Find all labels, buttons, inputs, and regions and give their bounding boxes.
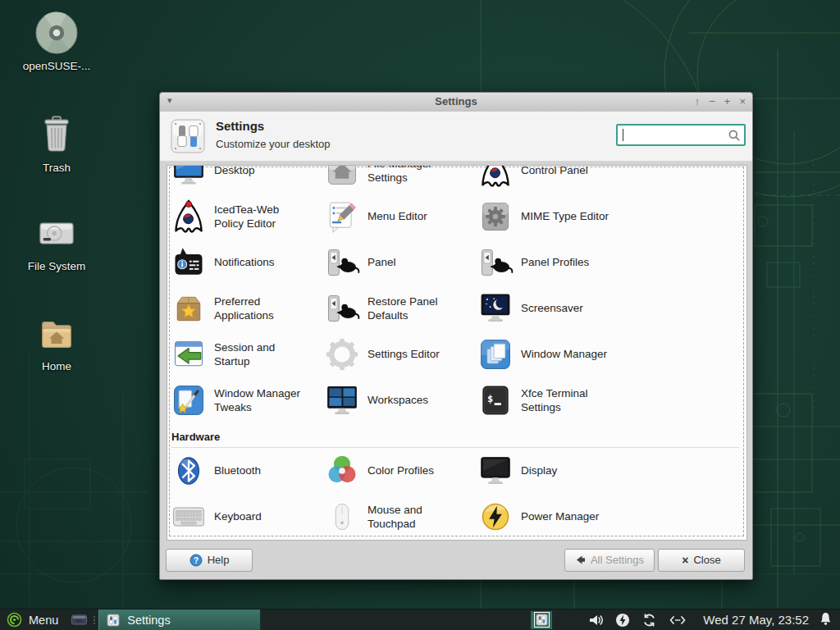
- settings-item-xfce-terminal-settings[interactable]: Xfce Terminal Settings: [474, 377, 628, 423]
- home-folder-icon: [35, 312, 78, 354]
- file-manager-home-icon: [324, 165, 360, 189]
- settings-item-window-manager-tweaks[interactable]: Window Manager Tweaks: [167, 377, 321, 423]
- volume-icon[interactable]: [588, 613, 604, 628]
- settings-item-display[interactable]: Display: [474, 448, 628, 494]
- mouse-icon: [324, 499, 360, 535]
- settings-item-desktop[interactable]: Desktop: [167, 165, 321, 194]
- settings-item-power-manager[interactable]: Power Manager: [474, 494, 628, 540]
- settings-item-file-manager-settings[interactable]: File Manager Settings: [321, 165, 474, 194]
- gear-outline-icon: [324, 336, 360, 372]
- java-duke-icon: [171, 199, 207, 235]
- maximize-button[interactable]: +: [724, 94, 731, 109]
- active-window-thumbnail: [534, 612, 550, 628]
- settings-item-window-manager[interactable]: Window Manager: [474, 331, 628, 377]
- settings-item-menu-editor[interactable]: Menu Editor: [321, 194, 474, 240]
- help-question-icon: ?: [189, 554, 203, 567]
- hardware-section-header: Hardware: [171, 425, 739, 448]
- desktop-monitor-icon: [171, 165, 207, 189]
- settings-item-workspaces[interactable]: Workspaces: [321, 377, 474, 423]
- settings-item-screensaver[interactable]: Screensaver: [474, 285, 628, 331]
- all-settings-button[interactable]: All Settings: [564, 549, 655, 572]
- system-tray: [588, 613, 687, 628]
- keyboard-icon: [171, 499, 207, 535]
- panel-mouse-icon: [324, 244, 360, 281]
- terminal-icon: [477, 382, 514, 418]
- java-duke-icon: [477, 165, 514, 189]
- desktop-icon-label: Home: [11, 360, 103, 372]
- shade-button[interactable]: ↑: [695, 94, 701, 109]
- close-dialog-button[interactable]: × Close: [658, 549, 745, 572]
- settings-item-mouse-and-touchpad[interactable]: Mouse and Touchpad: [321, 494, 474, 540]
- help-button[interactable]: ? Help: [166, 549, 253, 572]
- settings-item-session-and-startup[interactable]: Session and Startup: [167, 331, 321, 377]
- page-title: Settings: [216, 119, 264, 133]
- desktop-icon-file-system[interactable]: File System: [11, 212, 103, 272]
- color-profiles-icon: [324, 453, 360, 489]
- settings-item-keyboard[interactable]: Keyboard: [167, 494, 321, 540]
- settings-item-restore-panel-defaults[interactable]: Restore Panel Defaults: [321, 285, 474, 331]
- desktop-icon-trash[interactable]: Trash: [11, 113, 103, 174]
- settings-item-color-profiles[interactable]: Color Profiles: [321, 448, 474, 494]
- bluetooth-icon: [171, 453, 207, 489]
- taskbar: Menu Settings: [0, 609, 840, 630]
- desktop-icon-label: Trash: [11, 162, 103, 174]
- settings-item-preferred-applications[interactable]: Preferred Applications: [167, 285, 321, 331]
- settings-item-control-panel[interactable]: Control Panel: [474, 165, 628, 194]
- settings-app-icon: [107, 614, 120, 627]
- menu-editor-icon: [324, 199, 360, 235]
- window-wand-icon: [171, 382, 207, 418]
- settings-item-panel[interactable]: Panel: [321, 240, 474, 285]
- desktop-icon-opensuse[interactable]: openSUSE-...: [11, 11, 103, 72]
- workspaces-monitor-icon: [324, 382, 360, 418]
- desktop-icon-label: openSUSE-...: [11, 60, 103, 72]
- settings-item-settings-editor[interactable]: Settings Editor: [321, 331, 474, 377]
- panel-mouse-icon: [477, 244, 514, 281]
- settings-item-icedtea-web-policy-editor[interactable]: IcedTea-Web Policy Editor: [167, 194, 321, 240]
- display-monitor-icon: [477, 453, 514, 489]
- desktop-icon-home[interactable]: Home: [11, 312, 103, 372]
- settings-item-bluetooth[interactable]: Bluetooth: [167, 448, 321, 494]
- settings-item-notifications[interactable]: Notifications: [167, 240, 321, 285]
- dialog-footer: ? Help All Settings × Close: [160, 539, 752, 579]
- file-manager-icon: [71, 613, 87, 627]
- opensuse-geeko-icon: [7, 612, 22, 628]
- star-box-icon: [171, 290, 207, 326]
- desktop-background: openSUSE-... Trash File System: [0, 0, 840, 630]
- applications-menu-button[interactable]: Menu: [0, 609, 68, 630]
- file-manager-launcher[interactable]: [68, 609, 89, 630]
- power-manager-tray-icon[interactable]: [615, 613, 630, 628]
- settings-window: ▾ Settings ↑ − + × Settings Customize y: [159, 92, 753, 580]
- hardware-settings-grid: Bluetooth Color Profiles Display Keyboar…: [167, 448, 746, 540]
- settings-item-mime-type-editor[interactable]: MIME Type Editor: [474, 194, 628, 240]
- workspace-pager[interactable]: [531, 611, 552, 629]
- notifications-bell-icon[interactable]: [819, 611, 833, 626]
- settings-item-panel-profiles[interactable]: Panel Profiles: [474, 240, 628, 285]
- close-button[interactable]: ×: [739, 94, 746, 109]
- tasklist-handle[interactable]: [91, 609, 97, 630]
- search-box[interactable]: [616, 124, 746, 146]
- trash-can-icon: [35, 113, 78, 156]
- screen: $: [0, 0, 840, 630]
- updates-sync-icon[interactable]: [641, 613, 657, 628]
- panel-mouse-icon: [324, 290, 360, 326]
- close-x-icon: ×: [682, 554, 688, 567]
- session-arrow-icon: [171, 336, 207, 372]
- cd-disc-icon: [35, 11, 78, 54]
- screensaver-moon-icon: [477, 290, 514, 326]
- search-input[interactable]: [621, 126, 728, 144]
- task-button-settings[interactable]: Settings: [98, 609, 261, 630]
- desktop-icon-label: File System: [11, 260, 103, 272]
- notification-bubble-icon: [171, 244, 207, 281]
- settings-app-icon: [536, 614, 548, 626]
- minimize-button[interactable]: −: [709, 94, 715, 109]
- window-title: Settings: [160, 95, 752, 107]
- window-stack-icon: [477, 336, 514, 372]
- hard-drive-icon: [35, 212, 78, 254]
- task-button-label: Settings: [127, 614, 170, 627]
- window-titlebar[interactable]: ▾ Settings ↑ − + ×: [160, 93, 752, 112]
- clock[interactable]: Wed 27 May, 23:52: [703, 613, 809, 627]
- svg-text:?: ?: [194, 555, 199, 564]
- menu-label: Menu: [29, 614, 58, 627]
- network-icon[interactable]: [669, 613, 687, 628]
- personal-settings-grid: Desktop File Manager Settings Control Pa…: [167, 165, 746, 423]
